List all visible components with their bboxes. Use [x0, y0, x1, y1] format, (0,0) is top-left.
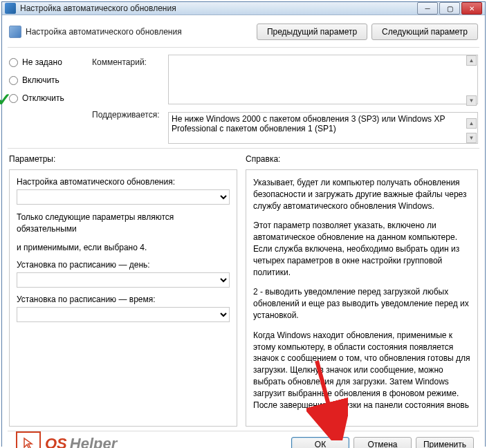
radio-disable-label: Отключить: [22, 93, 64, 103]
schedule-time-combo[interactable]: [17, 307, 230, 322]
schedule-day-label: Установка по расписанию — день:: [17, 260, 230, 270]
radio-enable-input[interactable]: [9, 76, 18, 85]
params-note-1: Только следующие параметры являются обяз…: [17, 212, 230, 235]
ok-button[interactable]: ОК: [291, 437, 349, 448]
radio-disable[interactable]: ✓ Отключить: [9, 93, 92, 103]
help-label: Справка:: [246, 154, 478, 164]
next-setting-button[interactable]: Следующий параметр: [371, 24, 478, 40]
header-row: Настройка автоматического обновления Пре…: [8, 21, 479, 48]
schedule-time-label: Установка по расписанию — время:: [17, 295, 230, 304]
cursor-icon: [16, 431, 41, 448]
titlebar[interactable]: Настройка автоматического обновления ─ ▢…: [2, 2, 485, 15]
scroll-down-icon[interactable]: ▼: [466, 95, 477, 106]
policy-icon: [9, 26, 21, 38]
logo-os: OS: [45, 435, 67, 448]
help-paragraph: Этот параметр позволяет указать, включен…: [253, 220, 470, 278]
comment-label: Комментарий:: [92, 57, 168, 67]
header-title: Настройка автоматического обновления: [26, 27, 252, 37]
window-title: Настройка автоматического обновления: [20, 3, 417, 13]
apply-button[interactable]: Применить: [416, 437, 474, 448]
params-note-2: и применимыми, если выбрано 4.: [17, 242, 230, 254]
upper-section: Не задано Включить ✓ Отключить Комментар…: [8, 48, 479, 149]
radio-not-configured-input[interactable]: [9, 58, 18, 67]
logo-helper: Helper: [70, 435, 117, 448]
supported-label: Поддерживается:: [92, 110, 160, 120]
scroll-down-icon[interactable]: ▼: [466, 133, 477, 143]
radio-enable-label: Включить: [22, 75, 59, 85]
comment-textarea[interactable]: [168, 55, 478, 104]
radio-enable[interactable]: Включить: [9, 75, 92, 85]
radio-not-configured-label: Не задано: [22, 57, 62, 67]
dialog-window: Настройка автоматического обновления ─ ▢…: [1, 1, 486, 447]
auto-update-combo[interactable]: [17, 189, 230, 205]
cancel-button[interactable]: Отмена: [353, 437, 412, 448]
supported-text: Не ниже Windows 2000 с пакетом обновлени…: [168, 112, 478, 144]
field-column: ▲ ▼ Не ниже Windows 2000 с пакетом обнов…: [168, 55, 478, 144]
close-button[interactable]: ✕: [461, 2, 482, 15]
help-paragraph: Когда Windows находит обновления, примен…: [253, 330, 470, 411]
label-column: Комментарий: Поддерживается:: [92, 55, 168, 144]
help-column: Справка: Указывает, будет ли компьютер п…: [246, 154, 478, 427]
radio-not-configured[interactable]: Не задано: [9, 57, 92, 67]
help-paragraph: 2 - выводить уведомление перед загрузкой…: [253, 286, 470, 321]
radio-column: Не задано Включить ✓ Отключить: [9, 55, 92, 144]
maximize-button[interactable]: ▢: [439, 2, 460, 15]
help-paragraph: Указывает, будет ли компьютер получать о…: [253, 177, 470, 212]
auto-update-setting-label: Настройка автоматического обновления:: [17, 177, 230, 187]
dialog-content: Настройка автоматического обновления Пре…: [2, 15, 485, 448]
app-icon: [5, 3, 16, 14]
help-panel[interactable]: Указывает, будет ли компьютер получать о…: [246, 169, 478, 427]
parameters-label: Параметры:: [9, 154, 237, 164]
prev-setting-button[interactable]: Предыдущий параметр: [257, 24, 367, 40]
minimize-button[interactable]: ─: [417, 2, 438, 15]
scroll-up-icon[interactable]: ▲: [466, 55, 477, 66]
scroll-up-icon[interactable]: ▲: [466, 118, 477, 129]
parameters-column: Параметры: Настройка автоматического обн…: [9, 154, 237, 427]
main-section: Параметры: Настройка автоматического обн…: [8, 149, 479, 431]
schedule-day-combo[interactable]: [17, 272, 230, 288]
radio-disable-input[interactable]: [9, 94, 18, 103]
parameters-panel: Настройка автоматического обновления: То…: [9, 169, 237, 427]
watermark-logo: OS Helper: [16, 431, 117, 448]
